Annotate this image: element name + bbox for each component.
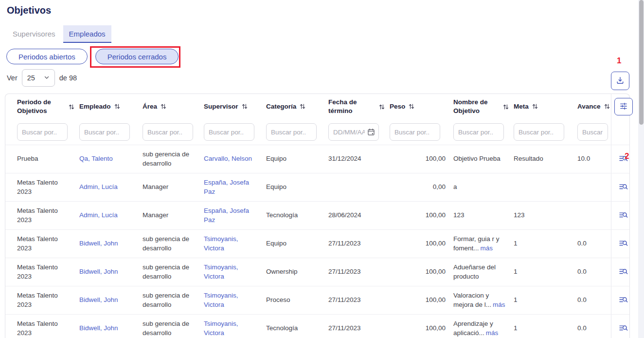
column-header-fecha-de-termino[interactable]: Fecha de término <box>328 98 390 115</box>
column-header-empleado[interactable]: Empleado <box>79 102 143 111</box>
row-detail-button[interactable] <box>616 180 630 195</box>
cell-peso: 0,00 <box>390 183 453 191</box>
tab-empleados[interactable]: Empleados <box>63 25 111 43</box>
supervisor-link[interactable]: Carvallo, Nelson <box>204 155 252 162</box>
tab-bar: SupervisoresEmpleados <box>7 25 111 43</box>
objective-name-text: Valoracion y mejora de l... <box>453 292 491 308</box>
sort-arrows-icon[interactable] <box>300 103 305 110</box>
mas-link[interactable]: más <box>493 301 505 308</box>
supervisor-link[interactable]: Tsimoyanis, Victora <box>204 235 238 251</box>
row-detail-button[interactable] <box>616 264 630 280</box>
filter-input-avance[interactable] <box>578 124 608 140</box>
cell-fecha: 27/11/2023 <box>328 267 390 276</box>
row-detail-button[interactable] <box>616 293 630 308</box>
cell-peso: 100,00 <box>390 267 453 276</box>
row-actions-column <box>611 202 635 229</box>
filter-cell <box>390 123 453 141</box>
column-header-categoria[interactable]: Categoría <box>266 102 328 111</box>
sort-arrows-icon[interactable] <box>69 104 74 110</box>
cell-peso: 100,00 <box>390 324 453 333</box>
cell-supervisor: España, Josefa Paz <box>204 178 266 196</box>
supervisor-link[interactable]: España, Josefa Paz <box>204 207 249 223</box>
sort-arrows-icon[interactable] <box>532 103 538 110</box>
column-header-periodo-de-objetivos[interactable]: Periodo de Objetivos <box>17 98 79 115</box>
supervisor-link[interactable]: Tsimoyanis, Victora <box>204 292 238 308</box>
page-size-value: 25 <box>27 74 35 82</box>
supervisor-link[interactable]: Tsimoyanis, Victora <box>204 320 238 336</box>
filter-input-peso[interactable] <box>390 124 440 140</box>
empleado-link[interactable]: Bidwell, John <box>79 268 118 275</box>
cell-area: sub gerencia de desarrollo <box>143 291 204 309</box>
cell-supervisor: Carvallo, Nelson <box>204 154 266 163</box>
filter-input-meta[interactable] <box>514 124 564 140</box>
cell-fecha: 28/06/2024 <box>328 211 390 220</box>
mas-link[interactable]: más <box>486 329 499 337</box>
row-detail-button[interactable] <box>616 321 630 337</box>
cell-fecha: 27/11/2023 <box>328 296 390 304</box>
empleado-link[interactable]: Bidwell, John <box>79 240 118 247</box>
cell-fecha: 27/11/2023 <box>328 324 390 333</box>
sort-arrows-icon[interactable] <box>503 104 509 110</box>
column-header-avance[interactable]: Avance <box>577 102 611 111</box>
scrollbar-thumb[interactable] <box>639 0 644 125</box>
filter-cell <box>453 123 514 141</box>
sort-arrows-icon[interactable] <box>114 103 120 110</box>
filter-input-empleado[interactable] <box>80 124 129 140</box>
column-header-supervisor[interactable]: Supervisor <box>204 102 266 111</box>
cell-fecha: 31/12/2024 <box>328 154 390 163</box>
supervisor-link[interactable]: Tsimoyanis, Victora <box>204 263 238 280</box>
filter-input-supervisor[interactable] <box>204 124 254 140</box>
cell-empleado: Qa, Talento <box>79 154 143 163</box>
column-header-meta[interactable]: Meta <box>514 102 577 111</box>
sliders-icon <box>619 101 628 113</box>
sort-arrows-icon[interactable] <box>409 103 414 110</box>
download-icon <box>615 75 625 87</box>
filter-input-nombre-de-objetivo[interactable] <box>454 124 503 140</box>
cell-avance: 10.0 <box>577 154 611 163</box>
sort-arrows-icon[interactable] <box>379 104 385 110</box>
objective-name-text: 123 <box>453 211 465 219</box>
empleado-link[interactable]: Admin, Lucía <box>79 183 118 190</box>
column-header-nombre-de-objetivo[interactable]: Nombre de Objetivo <box>453 98 514 115</box>
table-header-row: Periodo de ObjetivosEmpleadoÁreaSupervis… <box>5 94 629 119</box>
filter-input-area[interactable] <box>143 124 193 140</box>
scrollbar[interactable] <box>638 0 644 338</box>
cell-meta: 1 <box>514 324 577 333</box>
row-detail-button[interactable] <box>616 208 630 224</box>
empleado-link[interactable]: Bidwell, John <box>79 296 118 303</box>
cell-area: Manager <box>143 211 204 220</box>
column-settings-button[interactable] <box>614 98 633 115</box>
row-actions-column <box>611 173 635 201</box>
download-button[interactable] <box>611 72 629 90</box>
sort-arrows-icon[interactable] <box>161 103 166 110</box>
column-label: Empleado <box>79 102 111 111</box>
calendar-icon[interactable] <box>367 128 375 136</box>
row-detail-button[interactable] <box>616 236 630 252</box>
cell-empleado: Bidwell, John <box>79 239 143 248</box>
empleado-link[interactable]: Bidwell, John <box>79 324 118 332</box>
tab-supervisores[interactable]: Supervisores <box>7 25 61 43</box>
list-search-icon <box>618 295 628 306</box>
cell-supervisor: Tsimoyanis, Victora <box>204 291 266 309</box>
filter-actions-column <box>611 119 635 145</box>
filter-input-categoria[interactable] <box>267 124 316 140</box>
cell-meta: Resultado <box>514 154 577 163</box>
cell-categoria: Ownership <box>266 267 328 276</box>
period-filter-periodos-cerrados[interactable]: Periodos cerrados <box>95 49 179 64</box>
empleado-link[interactable]: Admin, Lucía <box>79 211 118 219</box>
cell-periodo: Metas Talento 2023 <box>17 207 79 224</box>
mas-link[interactable]: más <box>481 244 493 252</box>
cell-nombre: Adueñarse del producto <box>453 263 514 281</box>
filter-input-periodo-de-objetivos[interactable] <box>18 124 67 140</box>
cell-nombre: Valoracion y mejora de l...más <box>453 291 514 309</box>
sort-arrows-icon[interactable] <box>604 103 610 110</box>
cell-empleado: Admin, Lucía <box>79 211 143 220</box>
cell-avance: 0.0 <box>577 324 611 333</box>
empleado-link[interactable]: Qa, Talento <box>79 155 113 162</box>
sort-arrows-icon[interactable] <box>242 103 248 110</box>
supervisor-link[interactable]: España, Josefa Paz <box>204 179 249 195</box>
column-header-peso[interactable]: Peso <box>390 102 453 111</box>
column-header-area[interactable]: Área <box>143 102 204 111</box>
period-filter-periodos-abiertos[interactable]: Periodos abiertos <box>6 49 88 64</box>
page-size-select[interactable]: 25 <box>22 69 55 87</box>
